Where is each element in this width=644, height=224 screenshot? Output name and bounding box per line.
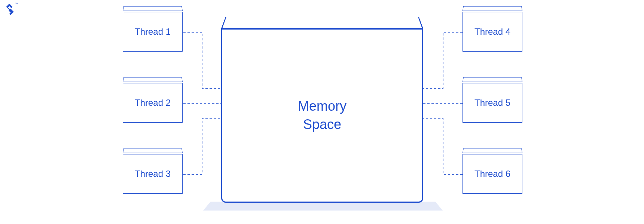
connector-thread-4 xyxy=(423,32,463,88)
memory-box-body: Memory Space xyxy=(221,28,423,203)
memory-label: Memory Space xyxy=(298,97,347,134)
memory-label-line1: Memory xyxy=(298,98,347,114)
memory-space-box: Memory Space xyxy=(221,0,423,209)
connector-thread-6 xyxy=(423,118,463,174)
memory-label-line2: Space xyxy=(303,117,341,132)
threads-memory-diagram: Memory Space Thread 1 Thread 2 Thread 3 … xyxy=(0,0,644,224)
memory-box-lid xyxy=(221,17,423,28)
connector-thread-1 xyxy=(183,32,221,88)
connector-thread-3 xyxy=(183,118,221,174)
